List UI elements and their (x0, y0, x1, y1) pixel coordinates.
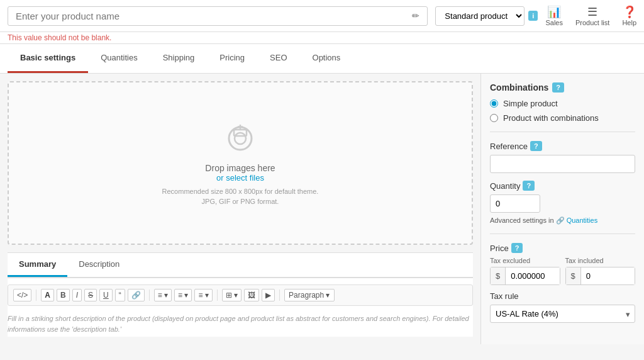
svg-point-1 (235, 133, 246, 144)
divider-1 (490, 132, 635, 132)
price-row: Tax excluded $ Tax included $ (490, 257, 635, 285)
camera-icon (223, 120, 258, 157)
image-drop-zone[interactable]: Drop images here or select files Recomme… (8, 81, 473, 245)
toolbar-sep-1 (36, 290, 36, 301)
quantity-label: Quantity ? (490, 181, 635, 191)
nav-sales[interactable]: 📊 Sales (545, 5, 563, 26)
nav-help-label: Help (622, 19, 636, 26)
size-hint: Recommended size 800 x 800px for default… (162, 186, 319, 207)
combinations-radio-group: Simple product Product with combinations (490, 99, 635, 123)
nav-product-list[interactable]: ☰ Product list (575, 5, 609, 26)
toolbar-sep-2 (149, 290, 150, 301)
toolbar-underline[interactable]: U (99, 289, 113, 301)
toolbar-text-color[interactable]: A (41, 289, 54, 301)
currency-symbol-included: $ (566, 267, 581, 284)
tab-summary[interactable]: Summary (8, 253, 67, 277)
combinations-info-badge[interactable]: ? (552, 82, 564, 93)
product-with-combinations-label: Product with combinations (503, 113, 599, 123)
nav-product-list-label: Product list (575, 19, 609, 26)
content-tabs: Summary Description (8, 253, 473, 278)
product-type-info-badge[interactable]: i (528, 11, 538, 21)
editor-hint: Fill in a striking short description of … (8, 311, 473, 337)
help-icon: ❓ (623, 5, 636, 19)
toolbar-bold[interactable]: B (57, 289, 70, 301)
tax-rule-label: Tax rule (490, 291, 635, 301)
divider-2 (490, 233, 635, 234)
toolbar-link[interactable]: 🔗 (128, 289, 145, 301)
toolbar-code[interactable]: </> (13, 289, 31, 301)
select-files-link[interactable]: or select files (216, 173, 264, 183)
tax-rule-select[interactable]: US-AL Rate (4%) US-AK Rate (0%) US-CA Ra… (490, 305, 635, 323)
toolbar-sep-3 (217, 290, 218, 301)
simple-product-label: Simple product (503, 99, 558, 108)
top-navigation: 📊 Sales ☰ Product list ❓ Help (545, 5, 636, 26)
tax-included-input[interactable] (581, 267, 635, 284)
tab-pricing[interactable]: Pricing (207, 44, 257, 73)
tab-description[interactable]: Description (67, 253, 131, 277)
toolbar-italic[interactable]: I (72, 289, 82, 301)
edit-icon: ✏ (412, 11, 419, 21)
reference-label: Reference ? (490, 141, 635, 151)
tab-seo[interactable]: SEO (257, 44, 299, 73)
nav-sales-label: Sales (545, 19, 563, 26)
product-type-select[interactable]: Standard product (435, 6, 525, 26)
tax-excluded-label: Tax excluded (490, 257, 560, 264)
advanced-settings-link-wrap: Advanced settings in 🔗 Quantities (490, 217, 635, 225)
tab-quantities[interactable]: Quantities (88, 44, 150, 73)
price-info-badge[interactable]: ? (511, 243, 523, 253)
toolbar-strikethrough[interactable]: S (84, 289, 97, 301)
toolbar-video[interactable]: ▶ (262, 289, 275, 301)
sales-icon: 📊 (547, 5, 561, 19)
nav-help[interactable]: ❓ Help (622, 5, 636, 26)
tax-included-group: Tax included $ (565, 257, 636, 285)
toolbar-align[interactable]: ≡ ▾ (154, 289, 172, 301)
toolbar-sep-4 (279, 290, 280, 301)
tax-excluded-input[interactable] (506, 267, 559, 284)
tax-included-label: Tax included (565, 257, 636, 264)
tab-shipping[interactable]: Shipping (150, 44, 208, 73)
validation-error: This value should not be blank. (0, 32, 644, 43)
radio-product-with-combinations[interactable]: Product with combinations (490, 113, 635, 123)
quantity-info-badge[interactable]: ? (523, 181, 535, 191)
combinations-section-title: Combinations ? (490, 82, 635, 93)
right-panel: Combinations ? Simple product Product wi… (480, 74, 644, 344)
drop-images-text: Drop images here (205, 163, 275, 173)
tax-excluded-group: Tax excluded $ (490, 257, 560, 285)
content-section: Summary Description </> A B I S U “ 🔗 ≡ … (8, 252, 473, 337)
editor-toolbar: </> A B I S U “ 🔗 ≡ ▾ ≡ ▾ ≡ ▾ ⊞ ▾ 🖼 ▶ P (8, 284, 473, 306)
quantity-input[interactable] (490, 194, 540, 213)
product-name-input[interactable] (16, 11, 407, 21)
tab-basic-settings[interactable]: Basic settings (8, 44, 88, 73)
tab-options[interactable]: Options (300, 44, 353, 73)
product-list-icon: ☰ (587, 5, 597, 19)
quantities-link[interactable]: 🔗 Quantities (556, 217, 598, 224)
reference-info-badge[interactable]: ? (530, 141, 542, 151)
tax-rule-select-wrap: US-AL Rate (4%) US-AK Rate (0%) US-CA Ra… (490, 305, 635, 323)
radio-simple-product[interactable]: Simple product (490, 99, 635, 108)
toolbar-paragraph[interactable]: Paragraph ▾ (284, 289, 334, 301)
toolbar-table[interactable]: ⊞ ▾ (222, 289, 242, 301)
price-label: Price ? (490, 243, 635, 253)
toolbar-blockquote[interactable]: “ (115, 289, 125, 301)
toolbar-list-ordered[interactable]: ≡ ▾ (194, 289, 212, 301)
svg-point-0 (229, 127, 252, 150)
toolbar-image[interactable]: 🖼 (244, 289, 259, 301)
currency-symbol-excluded: $ (491, 267, 506, 284)
toolbar-list-bullet[interactable]: ≡ ▾ (174, 289, 192, 301)
reference-input[interactable] (490, 155, 635, 173)
main-tabs: Basic settings Quantities Shipping Prici… (0, 44, 644, 74)
